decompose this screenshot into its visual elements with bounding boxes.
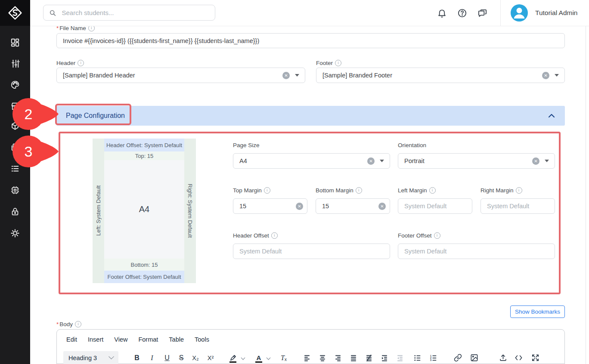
dropdown-caret-icon[interactable] [545,160,549,162]
sidebar-item-theme[interactable] [0,75,30,94]
subscript-button[interactable]: X₂ [189,351,202,364]
menu-table[interactable]: Table [169,336,184,343]
sidebar-item-dashboard[interactable] [0,33,30,52]
outdent-button[interactable] [394,351,406,364]
scrollbar-track[interactable] [586,26,586,364]
highlight-color-button[interactable] [227,351,239,364]
menu-edit[interactable]: Edit [66,336,77,343]
superscript-button[interactable]: X² [205,351,217,364]
app-screen: Tutorial Admin * File Name Header Footer… [0,0,589,364]
info-icon[interactable] [516,187,522,194]
text-color-caret[interactable] [266,351,272,364]
sidebar-item-settings[interactable] [0,224,30,243]
align-center-button[interactable] [316,351,329,364]
clear-icon[interactable] [296,203,303,210]
person-icon [511,4,528,22]
body-label: * Body [56,321,81,327]
strikethrough-button[interactable]: S [175,351,187,364]
preview-right-margin: Right: System Default [184,139,196,283]
indent-button[interactable] [378,351,391,364]
sidebar-item-products[interactable] [0,117,30,136]
align-left-button[interactable] [301,351,313,364]
page-size-value[interactable] [233,157,367,164]
notifications-button[interactable] [435,6,448,19]
bottom-margin-input[interactable] [316,203,378,210]
menu-insert[interactable]: Insert [88,336,103,343]
fullscreen-button[interactable] [529,351,541,364]
info-icon[interactable] [434,232,440,239]
header-offset-input[interactable] [233,244,390,259]
right-margin-input[interactable] [480,198,555,214]
info-icon[interactable] [78,60,84,66]
align-justify-button[interactable] [347,351,360,364]
page-size-select[interactable] [233,153,390,169]
italic-button[interactable]: I [146,351,158,364]
avatar[interactable] [511,4,528,22]
cards-icon [10,142,20,152]
align-right-button[interactable] [332,351,344,364]
page-configuration-section-header[interactable]: Page Configuration [56,106,565,126]
underline-button[interactable]: U [161,351,173,364]
menu-tools[interactable]: Tools [195,336,209,343]
footer-select[interactable] [316,68,565,83]
top-margin-field[interactable] [233,198,307,214]
highlight-color-caret[interactable] [240,351,246,364]
sidebar-item-store[interactable] [0,97,30,116]
header-select-value[interactable] [57,72,282,79]
sidebar-item-configuration[interactable] [0,54,30,73]
clear-icon[interactable] [282,72,290,79]
dropdown-caret-icon[interactable] [295,74,299,77]
bold-button[interactable]: B [131,351,143,364]
info-icon[interactable] [264,187,270,194]
link-button[interactable] [452,351,464,364]
sidebar-item-cards[interactable] [0,138,30,157]
left-margin-input[interactable] [398,198,472,214]
image-button[interactable] [468,351,480,364]
help-button[interactable] [456,6,468,19]
text-color-button[interactable]: A [253,351,265,364]
dashboard-icon [10,38,20,47]
top-margin-input[interactable] [233,203,296,210]
info-icon[interactable] [335,60,341,66]
bottom-margin-label: Bottom Margin [316,187,362,194]
file-name-input[interactable] [56,33,565,48]
sidebar-item-security[interactable] [0,202,30,221]
chevron-up-icon[interactable] [548,112,555,119]
footer-select-value[interactable] [316,72,542,79]
info-icon[interactable] [429,187,436,194]
align-none-button[interactable] [363,351,375,364]
clear-icon[interactable] [378,203,386,210]
header-select[interactable] [56,68,305,83]
sidebar-item-lists[interactable] [0,159,30,178]
editor-menubar: Edit Insert View Format Table Tools [66,336,209,343]
upload-button[interactable] [497,351,509,364]
source-code-button[interactable] [512,351,524,364]
format-select[interactable]: Heading 3 [63,351,118,364]
info-icon[interactable] [271,232,278,239]
search-input[interactable] [61,9,209,17]
footer-offset-input[interactable] [398,244,555,259]
orientation-value[interactable] [398,157,532,164]
clear-formatting-button[interactable]: Tx [278,351,290,364]
chat-icon [477,8,487,18]
gear-icon [10,228,20,238]
orientation-select[interactable] [398,153,555,169]
numbered-list-button[interactable]: 123 [427,351,439,364]
info-icon[interactable] [75,321,81,327]
footer-label: Footer [316,59,341,66]
bullet-list-button[interactable] [411,351,423,364]
bottom-margin-field[interactable] [316,198,390,214]
clear-icon[interactable] [532,157,539,165]
menu-view[interactable]: View [114,336,127,343]
app-logo-icon[interactable] [0,0,30,26]
messages-button[interactable] [476,6,489,19]
dropdown-caret-icon[interactable] [555,74,559,77]
sliders-icon [10,59,20,68]
sidebar-item-integrations[interactable] [0,181,30,200]
info-icon[interactable] [356,187,362,194]
show-bookmarks-button[interactable]: Show Bookmarks [510,305,565,318]
menu-format[interactable]: Format [138,336,158,343]
clear-icon[interactable] [542,72,549,79]
clear-icon[interactable] [367,157,375,165]
dropdown-caret-icon[interactable] [380,160,384,162]
